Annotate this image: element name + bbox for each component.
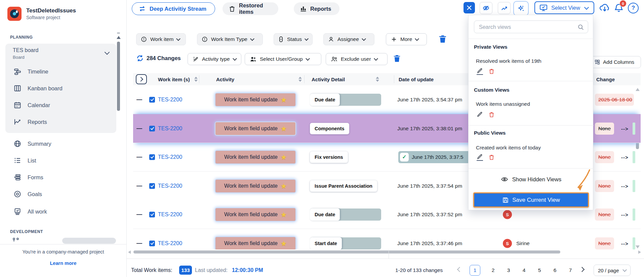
filter-status[interactable]: Status (274, 33, 313, 45)
activity-chip[interactable]: Work item field update★ (215, 237, 295, 250)
views-search-input[interactable] (478, 21, 574, 34)
help-button[interactable]: ? (628, 3, 639, 13)
sidebar-item-timeline[interactable]: Timeline (5, 63, 116, 80)
work-item-link[interactable]: TES-2200 (158, 183, 182, 189)
chart-view-button[interactable] (498, 2, 511, 14)
sidebar-item-kanban-board[interactable]: Kanban board (5, 80, 116, 97)
scroll-left-arrow[interactable] (128, 250, 131, 254)
hide-columns-button[interactable] (480, 2, 492, 14)
star-icon[interactable]: ★ (281, 239, 287, 247)
deep-activity-stream-button[interactable]: Deep Activitiy Stream (132, 2, 215, 15)
activity-chip[interactable]: Work item field update★ (215, 208, 295, 221)
reports-button[interactable]: Reports (294, 2, 339, 15)
star-icon[interactable]: ★ (281, 96, 287, 104)
activity-chip[interactable]: Work item field update★ (215, 180, 295, 192)
star-icon[interactable]: ★ (281, 153, 287, 161)
refresh-icon[interactable] (136, 54, 144, 62)
row-checkbox[interactable] (149, 154, 155, 160)
pagination-prev-button[interactable] (458, 267, 461, 273)
pagination-page-2[interactable]: 2 (488, 267, 498, 273)
activity-chip[interactable]: Work item field update★ (215, 122, 295, 135)
code-branch-icon[interactable] (12, 237, 19, 244)
table-row[interactable]: — TES-2200 Work item field update★ Start… (133, 229, 641, 249)
pagination-page-5[interactable]: 5 (534, 267, 545, 273)
collapse-row-toggle[interactable]: — (136, 125, 142, 132)
row-checkbox[interactable] (149, 240, 155, 246)
sidebar-item-goals[interactable]: Goals (5, 186, 116, 202)
work-item-link[interactable]: TES-2200 (158, 212, 182, 218)
collapse-row-toggle[interactable]: — (136, 96, 142, 103)
row-checkbox[interactable] (149, 97, 155, 102)
sidebar-item-list[interactable]: List (5, 152, 116, 169)
row-checkbox[interactable] (149, 126, 155, 131)
filter-work-item-type[interactable]: Work Item Type (197, 33, 263, 45)
delete-trash-icon[interactable] (488, 68, 495, 75)
horizontal-scroll-thumb[interactable] (133, 250, 560, 253)
sidebar-item-summary[interactable]: Summary (5, 135, 116, 152)
edit-pencil-icon[interactable] (477, 111, 483, 118)
star-icon[interactable]: ★ (281, 211, 287, 219)
chevron-down-icon[interactable] (105, 50, 110, 55)
scroll-up-arrow[interactable] (636, 88, 640, 91)
work-item-link[interactable]: TES-2200 (158, 126, 182, 132)
collapse-row-toggle[interactable]: — (136, 183, 142, 189)
scroll-down-arrow[interactable] (636, 245, 640, 248)
pagination-page-4[interactable]: 4 (519, 267, 529, 273)
views-search[interactable] (474, 20, 588, 33)
scroll-right-arrow[interactable] (638, 250, 641, 254)
assignee-avatar[interactable]: S (503, 239, 512, 248)
pagination-next-button[interactable] (580, 267, 584, 273)
filter-more-button[interactable]: More (386, 33, 427, 45)
view-item[interactable]: Created work items of today (476, 145, 541, 151)
board-title[interactable]: TES board (13, 47, 38, 53)
star-icon[interactable]: ★ (281, 125, 287, 133)
close-button[interactable] (464, 2, 475, 13)
delete-trash-icon[interactable] (488, 111, 495, 118)
table-horizontal-scrollbar[interactable] (127, 250, 642, 255)
expand-all-button[interactable] (136, 74, 147, 84)
sidebar-item-calendar[interactable]: Calendar (5, 97, 116, 113)
sort-work-item[interactable] (194, 77, 198, 82)
sidebar-item-all-work[interactable]: All work (5, 203, 116, 220)
edit-pencil-icon[interactable] (477, 67, 483, 75)
sort-activity-detail[interactable] (376, 77, 379, 82)
collapse-row-toggle[interactable]: — (136, 240, 142, 247)
row-checkbox[interactable] (149, 212, 155, 217)
view-item[interactable]: Work items unassigned (476, 101, 530, 107)
sidebar-item-forms[interactable]: Forms (5, 169, 116, 186)
pagination-page-1-active[interactable]: 1 (470, 265, 480, 276)
search-icon[interactable] (577, 24, 585, 31)
page-size-select[interactable]: 20 / page (594, 265, 631, 276)
sidebar-scrollbar[interactable] (117, 42, 120, 111)
filter-select-user-group[interactable]: Select User/Group (245, 53, 321, 65)
show-hidden-views-button[interactable]: Show Hidden Views (469, 176, 594, 183)
edit-pencil-icon[interactable] (477, 153, 483, 161)
clear-activity-filters-trash-button[interactable] (393, 54, 401, 63)
row-checkbox[interactable] (149, 183, 155, 189)
delete-trash-icon[interactable] (488, 154, 495, 160)
assignee-avatar[interactable]: S (503, 210, 512, 219)
add-columns-button[interactable]: Add Columns (591, 56, 641, 68)
sort-activity[interactable] (298, 77, 302, 82)
pagination-page-7[interactable]: 7 (565, 267, 575, 273)
restored-items-button[interactable]: Restored items (223, 2, 278, 15)
pagination-page-6[interactable]: 6 (550, 267, 560, 273)
filter-assignee[interactable]: Assignee (323, 33, 374, 45)
pagination-page-3[interactable]: 3 (504, 267, 514, 273)
filter-activity-type[interactable]: Activity type (188, 53, 241, 65)
filter-exclude-user[interactable]: Exclude user (326, 53, 388, 65)
collapse-row-toggle[interactable]: — (136, 211, 142, 218)
select-view-button[interactable]: Select View (534, 1, 594, 14)
table-vertical-scrollbar[interactable] (635, 87, 640, 250)
cloud-download-button[interactable] (599, 3, 610, 13)
collapse-row-toggle[interactable]: — (136, 154, 142, 160)
filter-work-item[interactable]: Work item (136, 33, 186, 45)
sidebar-scroll-up-arrow[interactable] (117, 36, 121, 39)
clear-filters-trash-button[interactable] (438, 34, 447, 44)
learn-more-link[interactable]: Learn more (0, 261, 126, 266)
sidebar-item-reports[interactable]: Reports (5, 113, 116, 130)
work-item-link[interactable]: TES-2200 (158, 154, 182, 160)
view-item[interactable]: Resolved work items of 19th (476, 58, 541, 64)
work-item-link[interactable]: TES-2200 (158, 240, 182, 246)
star-icon[interactable]: ★ (281, 182, 287, 190)
